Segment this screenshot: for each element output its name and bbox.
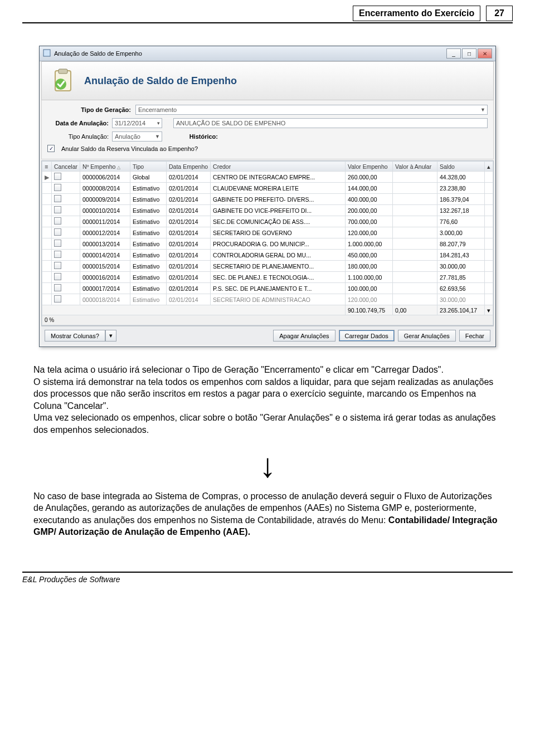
scrollbar-track[interactable] <box>485 283 493 294</box>
col-saldo[interactable]: Saldo <box>437 162 485 172</box>
cell-valor-anular <box>393 261 437 272</box>
scrollbar-track[interactable] <box>485 272 493 283</box>
col-valor-empenho[interactable]: Valor Empenho <box>346 162 393 172</box>
fechar-button[interactable]: Fechar <box>459 330 490 342</box>
check-icon: ✓ <box>49 145 54 152</box>
table-row[interactable]: 0000017/2014Estimativo02/01/2014P.S. SEC… <box>42 283 493 294</box>
table-row[interactable]: 0000011/2014Estimativo02/01/2014SEC.DE C… <box>42 216 493 227</box>
cell-credor: CLAUDEVANE MOREIRA LEITE <box>211 183 346 194</box>
cell-credor: PROCURADORIA G. DO MUNICIP... <box>211 238 346 250</box>
table-row[interactable]: 0000013/2014Estimativo02/01/2014PROCURAD… <box>42 238 493 250</box>
scrollbar-track[interactable] <box>485 250 493 261</box>
cell-tipo: Estimativo <box>130 194 167 205</box>
tipo-geracao-combo[interactable]: Encerramento ▼ <box>135 105 488 115</box>
cancel-checkbox[interactable] <box>54 251 61 258</box>
carregar-dados-button[interactable]: Carregar Dados <box>339 330 395 342</box>
cell-valor-anular <box>393 227 437 238</box>
cell-valor-anular <box>393 294 437 305</box>
cancel-checkbox[interactable] <box>54 284 61 291</box>
tipo-anulacao-combo[interactable]: Anulação ▼ <box>112 131 162 142</box>
col-row-indicator[interactable]: ≡ <box>42 162 52 172</box>
row-indicator <box>42 238 52 250</box>
scrollbar-track[interactable] <box>485 194 493 205</box>
cancel-checkbox[interactable] <box>54 228 61 236</box>
cell-saldo: 88.207,79 <box>437 238 485 250</box>
cancel-checkbox[interactable] <box>54 206 61 213</box>
scrollbar-up-icon[interactable]: ▴ <box>485 162 493 172</box>
table-row[interactable]: ▶0000006/2014Global02/01/2014CENTRO DE I… <box>42 172 493 183</box>
row-indicator <box>42 216 52 227</box>
historico-label: Histórico: <box>173 133 218 140</box>
col-num-empenho[interactable]: Nº Empenho△ <box>80 162 130 172</box>
cancel-checkbox[interactable] <box>54 240 61 247</box>
cell-valor-empenho: 1.000.000,00 <box>346 238 393 250</box>
cell-num-empenho: 0000015/2014 <box>80 261 130 272</box>
window-maximize-button[interactable]: □ <box>462 48 476 58</box>
tipo-geracao-value: Encerramento <box>138 106 177 113</box>
header-title: Encerramento do Exercício <box>353 6 480 21</box>
chevron-down-icon: ▾ <box>157 120 160 126</box>
window-app-icon <box>43 49 51 58</box>
row-indicator <box>42 194 52 205</box>
grid-header-row: ≡ Cancelar Nº Empenho△ Tipo Data Empenho… <box>42 162 493 172</box>
col-cancelar[interactable]: Cancelar <box>52 162 80 172</box>
total-saldo: 23.265.104,17 <box>437 305 485 315</box>
mostrar-colunas-dropdown[interactable]: ▾ <box>105 330 116 342</box>
table-row[interactable]: 0000018/2014Estimativo02/01/2014SECRETAR… <box>42 294 493 305</box>
cancel-checkbox[interactable] <box>54 184 61 191</box>
table-row[interactable]: 0000010/2014Estimativo02/01/2014GABINETE… <box>42 205 493 216</box>
scrollbar-track[interactable] <box>485 172 493 183</box>
cell-valor-anular <box>393 183 437 194</box>
historico-input[interactable]: ANULAÇÃO DE SALDO DE EMPENHO <box>173 118 488 128</box>
cancel-checkbox[interactable] <box>54 295 61 303</box>
cancel-checkbox[interactable] <box>54 195 61 202</box>
col-data-empenho[interactable]: Data Empenho <box>167 162 211 172</box>
scrollbar-track[interactable] <box>485 238 493 250</box>
window-minimize-button[interactable]: _ <box>446 48 461 58</box>
data-anulacao-input[interactable]: 31/12/2014 ▾ <box>112 118 162 128</box>
gerar-anulacoes-button[interactable]: Gerar Anulações <box>398 330 456 342</box>
cell-tipo: Estimativo <box>130 261 167 272</box>
cell-num-empenho: 0000013/2014 <box>80 238 130 250</box>
col-credor[interactable]: Credor <box>211 162 346 172</box>
col-valor-anular[interactable]: Valor à Anular <box>393 162 437 172</box>
app-window: Anulação de Saldo de Empenho _ □ ✕ An <box>39 46 496 347</box>
button-bar: Mostrar Colunas? ▾ Apagar Anulações Carr… <box>41 326 494 345</box>
window-titlebar[interactable]: Anulação de Saldo de Empenho _ □ ✕ <box>40 46 495 61</box>
scrollbar-track[interactable] <box>485 261 493 272</box>
table-row[interactable]: 0000015/2014Estimativo02/01/2014SECRETAR… <box>42 261 493 272</box>
table-row[interactable]: 0000012/2014Estimativo02/01/2014SECRETAR… <box>42 227 493 238</box>
reserva-checkbox[interactable]: ✓ <box>47 145 55 152</box>
apagar-anulacoes-button[interactable]: Apagar Anulações <box>273 330 335 342</box>
cell-valor-empenho: 260.000,00 <box>346 172 393 183</box>
scrollbar-track[interactable] <box>485 183 493 194</box>
cancel-checkbox[interactable] <box>54 273 61 280</box>
table-row[interactable]: 0000009/2014Estimativo02/01/2014GABINETE… <box>42 194 493 205</box>
cancel-checkbox[interactable] <box>54 173 61 180</box>
scrollbar-down-icon[interactable]: ▾ <box>485 305 493 315</box>
scrollbar-track[interactable] <box>485 205 493 216</box>
cell-valor-anular <box>393 194 437 205</box>
table-row[interactable]: 0000016/2014Estimativo02/01/2014SEC. DE … <box>42 272 493 283</box>
cell-data-empenho: 02/01/2014 <box>167 205 211 216</box>
window-close-button[interactable]: ✕ <box>478 48 492 58</box>
cell-credor: SECRETARIO DE PLANEJAMENTO... <box>211 261 346 272</box>
page-number: 27 <box>486 6 513 21</box>
cell-valor-anular <box>393 205 437 216</box>
mostrar-colunas-button[interactable]: Mostrar Colunas? <box>45 330 105 342</box>
cell-data-empenho: 02/01/2014 <box>167 283 211 294</box>
cell-credor: SECRETARIO DE ADMINISTRACAO <box>211 294 346 305</box>
table-row[interactable]: 0000014/2014Estimativo02/01/2014CONTROLA… <box>42 250 493 261</box>
cell-credor: P.S. SEC. DE PLANEJAMENTO E T... <box>211 283 346 294</box>
scrollbar-track[interactable] <box>485 227 493 238</box>
page-footer: E&L Produções de Software <box>22 572 513 584</box>
scrollbar-track[interactable] <box>485 216 493 227</box>
cancel-checkbox[interactable] <box>54 262 61 269</box>
table-row[interactable]: 0000008/2014Estimativo02/01/2014CLAUDEVA… <box>42 183 493 194</box>
total-valor-anular: 0,00 <box>393 305 437 315</box>
cell-credor: SEC.DE COMUNICAÇÃO DE ASS.... <box>211 216 346 227</box>
scrollbar-track[interactable] <box>485 294 493 305</box>
cell-credor: GABINETE DO PREFEITO- DIVERS... <box>211 194 346 205</box>
cancel-checkbox[interactable] <box>54 217 61 225</box>
col-tipo[interactable]: Tipo <box>130 162 167 172</box>
